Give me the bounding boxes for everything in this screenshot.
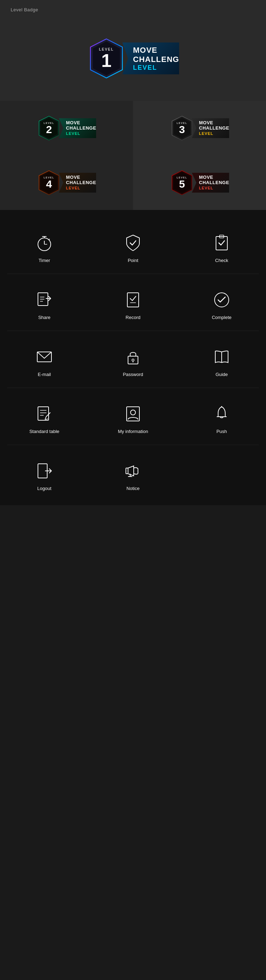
standard-table-icon xyxy=(34,404,54,424)
record-label: Record xyxy=(125,315,141,320)
level-1-hex-left: LEVEL 1 xyxy=(87,37,126,80)
password-icon xyxy=(123,347,143,367)
level-3-hex-left: LEVEL 3 xyxy=(170,115,194,141)
page-title: Level Badge xyxy=(11,7,255,13)
check-icon-item[interactable]: Check xyxy=(177,224,266,267)
icons-row-3: E-mail Password xyxy=(0,331,266,388)
level-3-badge: LEVEL 3 MOVE CHALLENGE LEVEL xyxy=(170,115,229,141)
empty-slot xyxy=(177,452,266,495)
standard-table-label: Standard table xyxy=(29,429,59,434)
email-label: E-mail xyxy=(38,372,51,377)
level-5-text: LEVEL 5 xyxy=(176,176,187,189)
svg-rect-31 xyxy=(38,407,49,420)
password-label: Password xyxy=(123,372,143,377)
level-2-hex-right: MOVE CHALLENGE LEVEL xyxy=(59,118,96,138)
complete-label: Complete xyxy=(212,315,232,320)
point-icon xyxy=(123,233,143,253)
push-icon-item[interactable]: Push xyxy=(177,395,266,438)
icons-row-2: Share Record Co xyxy=(0,274,266,331)
level-1-number: 1 xyxy=(99,51,114,70)
push-icon xyxy=(212,404,232,424)
check-icon xyxy=(212,233,232,253)
share-label: Share xyxy=(38,315,51,320)
level-2-cell: LEVEL 2 MOVE CHALLENGE LEVEL xyxy=(0,101,133,156)
level-2-hex-left: LEVEL 2 xyxy=(37,115,61,141)
record-icon xyxy=(123,290,143,310)
level-4-hex-right: MOVE CHALLENGE LEVEL xyxy=(59,173,96,192)
level-3-cell: LEVEL 3 MOVE CHALLENGE LEVEL xyxy=(133,101,266,156)
push-label: Push xyxy=(216,429,227,434)
timer-icon xyxy=(34,233,54,253)
level-1-challenge: CHALLENGE xyxy=(133,55,179,64)
share-icon xyxy=(34,290,54,310)
level-1-hex-right: MOVE CHALLENGE LEVEL xyxy=(122,43,179,74)
level-3-text: LEVEL 3 xyxy=(176,122,187,135)
notice-icon xyxy=(123,461,143,481)
level-1-word: LEVEL xyxy=(133,64,179,72)
level-3-hex-right: MOVE CHALLENGE LEVEL xyxy=(192,118,229,138)
timer-label: Timer xyxy=(38,258,50,263)
point-label: Point xyxy=(128,258,138,263)
svg-rect-16 xyxy=(216,237,228,250)
logout-icon-item[interactable]: Logout xyxy=(0,452,89,495)
svg-point-29 xyxy=(132,359,134,361)
level-5-hex-right: MOVE CHALLENGE LEVEL xyxy=(192,173,229,192)
notice-icon-item[interactable]: Notice xyxy=(89,452,177,495)
level-5-cell: LEVEL 5 MOVE CHALLENGE LEVEL xyxy=(133,156,266,210)
guide-label: Guide xyxy=(216,372,228,377)
level-2-badge: LEVEL 2 MOVE CHALLENGE LEVEL xyxy=(37,115,96,141)
check-label: Check xyxy=(215,258,228,263)
my-information-label: My information xyxy=(118,429,148,434)
level-4-badge: LEVEL 4 MOVE CHALLENGE LEVEL xyxy=(37,170,96,196)
level-1-badge: LEVEL 1 MOVE CHALLENGE LEVEL xyxy=(87,37,179,80)
level-5-badge: LEVEL 5 MOVE CHALLENGE LEVEL xyxy=(170,170,229,196)
icons-section: Timer Point xyxy=(0,210,266,505)
levels-grid: LEVEL 2 MOVE CHALLENGE LEVEL xyxy=(0,101,266,210)
svg-point-39 xyxy=(130,410,136,415)
guide-icon-item[interactable]: Guide xyxy=(177,338,266,380)
complete-icon xyxy=(212,290,232,310)
standard-table-icon-item[interactable]: Standard table xyxy=(0,395,89,438)
logout-icon xyxy=(34,461,54,481)
password-icon-item[interactable]: Password xyxy=(89,338,177,380)
record-icon-item[interactable]: Record xyxy=(89,281,177,324)
svg-marker-44 xyxy=(128,466,134,476)
level-4-text: LEVEL 4 xyxy=(43,176,54,189)
point-icon-item[interactable]: Point xyxy=(89,224,177,267)
icons-row-1: Timer Point xyxy=(0,217,266,274)
icons-row-4: Standard table My information xyxy=(0,388,266,445)
level-4-cell: LEVEL 4 MOVE CHALLENGE LEVEL xyxy=(0,156,133,210)
my-information-icon-item[interactable]: My information xyxy=(89,395,177,438)
level-1-badge-container: LEVEL 1 MOVE CHALLENGE LEVEL xyxy=(11,23,255,87)
share-icon-item[interactable]: Share xyxy=(0,281,89,324)
level-1-text: LEVEL 1 xyxy=(99,48,114,70)
level-4-hex-left: LEVEL 4 xyxy=(37,170,61,196)
logout-label: Logout xyxy=(37,486,51,491)
notice-label: Notice xyxy=(127,486,140,491)
email-icon-item[interactable]: E-mail xyxy=(0,338,89,380)
level-2-text: LEVEL 2 xyxy=(43,122,54,135)
complete-icon-item[interactable]: Complete xyxy=(177,281,266,324)
timer-icon-item[interactable]: Timer xyxy=(0,224,89,267)
svg-rect-45 xyxy=(126,468,128,474)
section-header: Level Badge xyxy=(0,0,266,101)
svg-line-15 xyxy=(49,239,50,240)
icons-row-5: Logout Notice xyxy=(0,445,266,502)
guide-icon xyxy=(212,347,232,367)
my-information-icon xyxy=(123,404,143,424)
email-icon xyxy=(34,347,54,367)
svg-rect-28 xyxy=(128,356,138,364)
svg-point-26 xyxy=(215,293,229,307)
level-1-move: MOVE xyxy=(133,46,179,55)
level-5-hex-left: LEVEL 5 xyxy=(170,170,194,196)
